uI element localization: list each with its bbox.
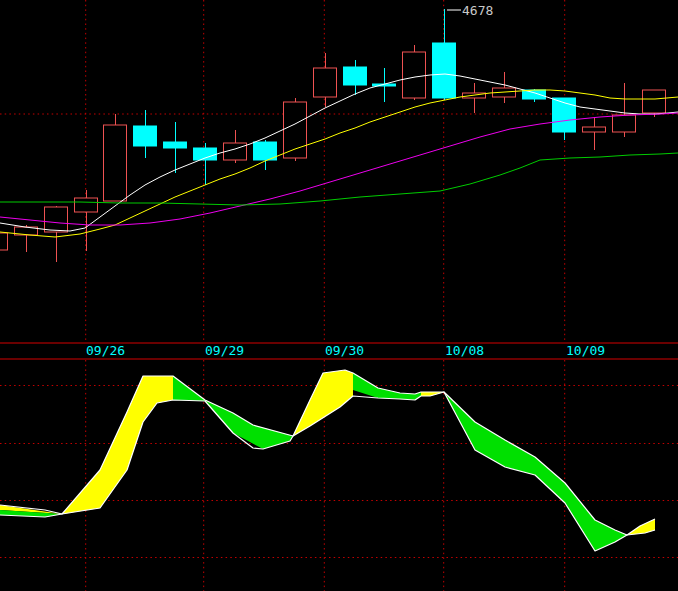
ribbon-fill-green [353, 373, 421, 400]
x-axis-label-1: 09/26 [86, 344, 125, 358]
candle-body [104, 125, 127, 201]
chart-canvas[interactable] [0, 0, 678, 591]
candle-down[interactable] [134, 110, 157, 158]
price-high-annotation: 4678 [462, 4, 493, 17]
candle-up[interactable] [643, 90, 666, 117]
candle-body [45, 207, 68, 232]
ma-short-white [0, 74, 678, 231]
candle-body [284, 102, 307, 158]
indicator-ribbon [0, 370, 655, 551]
ribbon-fill-green [444, 392, 627, 551]
candle-up[interactable] [75, 190, 98, 251]
candle-body [164, 142, 187, 148]
ribbon-fill-yellow [62, 376, 173, 514]
candle-up[interactable] [314, 53, 337, 107]
candle-body [314, 68, 337, 97]
candle-up[interactable] [463, 83, 486, 113]
candle-up[interactable] [403, 45, 426, 100]
x-axis-label-4: 10/08 [445, 344, 484, 358]
candle-body [134, 126, 157, 146]
candle-up[interactable] [104, 114, 127, 201]
candle-down[interactable] [194, 143, 217, 185]
candle-up[interactable] [613, 83, 636, 137]
candle-down[interactable] [164, 122, 187, 173]
candle-body [523, 90, 546, 99]
candle-up[interactable] [0, 230, 8, 252]
ma-long-magenta [0, 113, 678, 225]
candle-down[interactable] [433, 9, 456, 100]
candle-down[interactable] [344, 60, 367, 95]
candle-body [0, 233, 8, 250]
candle-up[interactable] [583, 117, 606, 150]
x-axis-label-2: 09/29 [205, 344, 244, 358]
candle-down[interactable] [254, 140, 277, 170]
candle-up[interactable] [15, 225, 38, 252]
candle-body [403, 52, 426, 98]
candle-body [433, 43, 456, 98]
ma-mid-yellow [0, 90, 678, 237]
candle-body [344, 67, 367, 85]
x-axis-label-3: 09/30 [325, 344, 364, 358]
candle-up[interactable] [493, 72, 516, 103]
candle-body [75, 198, 98, 212]
candle-body [613, 115, 636, 132]
stock-chart-window: 4678 09/26 09/29 09/30 10/08 10/09 [0, 0, 678, 591]
candle-body [583, 127, 606, 132]
candle-down[interactable] [373, 68, 396, 102]
candle-up[interactable] [45, 206, 68, 262]
candle-body [643, 90, 666, 113]
candle-up[interactable] [284, 98, 307, 161]
price-panel-grid [0, 0, 678, 342]
candle-down[interactable] [553, 98, 576, 140]
x-axis-label-5: 10/09 [566, 344, 605, 358]
moving-average-lines [0, 74, 678, 237]
